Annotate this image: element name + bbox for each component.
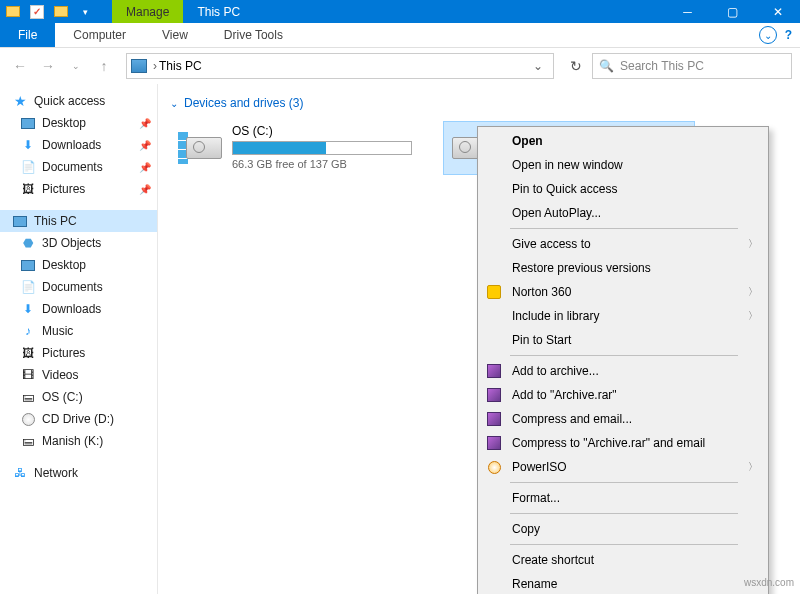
sidebar: ★Quick access Desktop📌 ⬇Downloads📌 📄Docu… bbox=[0, 84, 158, 594]
sidebar-item-desktop[interactable]: Desktop📌 bbox=[0, 112, 157, 134]
breadcrumb-sep-icon[interactable]: › bbox=[153, 59, 157, 73]
drive-usage-bar bbox=[232, 141, 412, 155]
submenu-arrow-icon: 〉 bbox=[748, 309, 758, 323]
up-button[interactable]: ↑ bbox=[92, 54, 116, 78]
new-folder-qat-icon[interactable] bbox=[52, 3, 70, 21]
ctx-open-autoplay[interactable]: Open AutoPlay... bbox=[480, 201, 766, 225]
downloads-icon: ⬇ bbox=[20, 137, 36, 153]
ctx-pin-quickaccess[interactable]: Pin to Quick access bbox=[480, 177, 766, 201]
drive-freespace: 66.3 GB free of 137 GB bbox=[232, 158, 422, 170]
search-icon: 🔍 bbox=[599, 59, 614, 73]
sidebar-item-desktop-pc[interactable]: Desktop bbox=[0, 254, 157, 276]
norton-icon bbox=[487, 285, 501, 299]
ctx-separator bbox=[510, 513, 738, 514]
ribbon-tab-drivetools[interactable]: Drive Tools bbox=[206, 23, 301, 47]
search-placeholder: Search This PC bbox=[620, 59, 704, 73]
drive-icon: 🖴 bbox=[20, 433, 36, 449]
address-bar: ← → ⌄ ↑ › This PC ⌄ ↻ 🔍 Search This PC bbox=[0, 48, 800, 84]
submenu-arrow-icon: 〉 bbox=[748, 237, 758, 251]
pin-icon: 📌 bbox=[139, 184, 151, 195]
pc-icon bbox=[131, 59, 147, 73]
sidebar-network[interactable]: 🖧Network bbox=[0, 462, 157, 484]
ctx-give-access[interactable]: Give access to〉 bbox=[480, 232, 766, 256]
sidebar-item-downloads-pc[interactable]: ⬇Downloads bbox=[0, 298, 157, 320]
properties-qat-icon[interactable]: ✓ bbox=[28, 3, 46, 21]
maximize-button[interactable]: ▢ bbox=[710, 0, 755, 23]
ribbon-tab-file[interactable]: File bbox=[0, 23, 55, 47]
sidebar-item-pictures[interactable]: 🖼Pictures📌 bbox=[0, 178, 157, 200]
rar-icon bbox=[487, 436, 501, 450]
forward-button[interactable]: → bbox=[36, 54, 60, 78]
ctx-pin-start[interactable]: Pin to Start bbox=[480, 328, 766, 352]
ctx-create-shortcut[interactable]: Create shortcut bbox=[480, 548, 766, 572]
back-button[interactable]: ← bbox=[8, 54, 32, 78]
downloads-icon: ⬇ bbox=[20, 301, 36, 317]
group-header-devices[interactable]: ⌄ Devices and drives (3) bbox=[162, 92, 800, 114]
ctx-separator bbox=[510, 355, 738, 356]
drive-icon: 🖴 bbox=[20, 389, 36, 405]
contextual-tab-manage[interactable]: Manage bbox=[112, 0, 183, 23]
sidebar-item-3dobjects[interactable]: ⬣3D Objects bbox=[0, 232, 157, 254]
pictures-icon: 🖼 bbox=[20, 181, 36, 197]
drive-os-c[interactable]: OS (C:) 66.3 GB free of 137 GB bbox=[174, 122, 424, 174]
rar-icon bbox=[487, 388, 501, 402]
disc-icon bbox=[22, 413, 35, 426]
network-icon: 🖧 bbox=[12, 465, 28, 481]
help-icon[interactable]: ? bbox=[785, 28, 792, 42]
ctx-poweriso[interactable]: PowerISO〉 bbox=[480, 455, 766, 479]
sidebar-item-pictures-pc[interactable]: 🖼Pictures bbox=[0, 342, 157, 364]
ctx-compress-email[interactable]: Compress and email... bbox=[480, 407, 766, 431]
submenu-arrow-icon: 〉 bbox=[748, 460, 758, 474]
minimize-button[interactable]: ─ bbox=[665, 0, 710, 23]
ctx-copy[interactable]: Copy bbox=[480, 517, 766, 541]
sidebar-item-documents[interactable]: 📄Documents📌 bbox=[0, 156, 157, 178]
collapse-icon[interactable]: ⌄ bbox=[170, 98, 178, 109]
watermark: wsxdn.com bbox=[744, 577, 794, 588]
address-box[interactable]: › This PC ⌄ bbox=[126, 53, 554, 79]
sidebar-item-os-c[interactable]: 🖴OS (C:) bbox=[0, 386, 157, 408]
rar-icon bbox=[487, 364, 501, 378]
titlebar: ✓ ▾ Manage This PC ─ ▢ ✕ bbox=[0, 0, 800, 23]
ribbon-tab-view[interactable]: View bbox=[144, 23, 206, 47]
sidebar-item-cddrive[interactable]: CD Drive (D:) bbox=[0, 408, 157, 430]
ctx-open-new-window[interactable]: Open in new window bbox=[480, 153, 766, 177]
sidebar-item-music[interactable]: ♪Music bbox=[0, 320, 157, 342]
recent-dropdown-icon[interactable]: ⌄ bbox=[64, 54, 88, 78]
address-dropdown-icon[interactable]: ⌄ bbox=[527, 59, 549, 73]
search-box[interactable]: 🔍 Search This PC bbox=[592, 53, 792, 79]
desktop-icon bbox=[21, 260, 35, 271]
qat-dropdown-icon[interactable]: ▾ bbox=[76, 3, 94, 21]
rar-icon bbox=[487, 412, 501, 426]
breadcrumb-location[interactable]: This PC bbox=[159, 59, 202, 73]
pin-icon: 📌 bbox=[139, 140, 151, 151]
documents-icon: 📄 bbox=[20, 159, 36, 175]
quickaccess-icon: ★ bbox=[12, 93, 28, 109]
ribbon-tab-computer[interactable]: Computer bbox=[55, 23, 144, 47]
videos-icon: 🎞 bbox=[20, 367, 36, 383]
ctx-include-library[interactable]: Include in library〉 bbox=[480, 304, 766, 328]
close-button[interactable]: ✕ bbox=[755, 0, 800, 23]
sidebar-item-downloads[interactable]: ⬇Downloads📌 bbox=[0, 134, 157, 156]
sidebar-item-manish-k[interactable]: 🖴Manish (K:) bbox=[0, 430, 157, 452]
sidebar-thispc[interactable]: This PC bbox=[0, 210, 157, 232]
drive-label: OS (C:) bbox=[232, 124, 422, 138]
sidebar-item-documents-pc[interactable]: 📄Documents bbox=[0, 276, 157, 298]
ctx-format[interactable]: Format... bbox=[480, 486, 766, 510]
submenu-arrow-icon: 〉 bbox=[748, 285, 758, 299]
ctx-separator bbox=[510, 482, 738, 483]
music-icon: ♪ bbox=[20, 323, 36, 339]
sidebar-item-videos[interactable]: 🎞Videos bbox=[0, 364, 157, 386]
sidebar-quickaccess[interactable]: ★Quick access bbox=[0, 90, 157, 112]
ctx-restore-versions[interactable]: Restore previous versions bbox=[480, 256, 766, 280]
desktop-icon bbox=[21, 118, 35, 129]
documents-icon: 📄 bbox=[20, 279, 36, 295]
ctx-norton360[interactable]: Norton 360〉 bbox=[480, 280, 766, 304]
ctx-compress-rar-email[interactable]: Compress to "Archive.rar" and email bbox=[480, 431, 766, 455]
ribbon-expand-icon[interactable]: ⌄ bbox=[759, 26, 777, 44]
ctx-add-rar[interactable]: Add to "Archive.rar" bbox=[480, 383, 766, 407]
ctx-open[interactable]: Open bbox=[480, 129, 766, 153]
ctx-add-archive[interactable]: Add to archive... bbox=[480, 359, 766, 383]
ctx-rename[interactable]: Rename bbox=[480, 572, 766, 594]
refresh-button[interactable]: ↻ bbox=[564, 54, 588, 78]
file-explorer-icon[interactable] bbox=[4, 3, 22, 21]
